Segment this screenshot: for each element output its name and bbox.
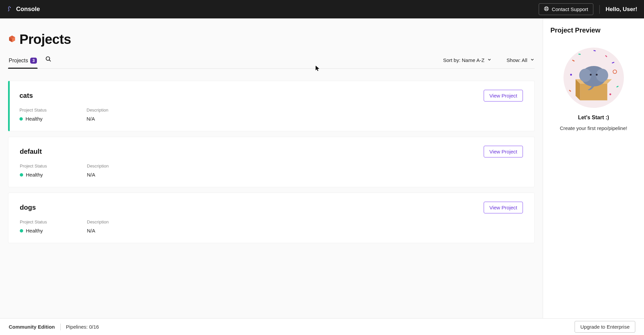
svg-rect-22 [578,54,581,55]
footer-separator [60,324,61,330]
meta-status-label: Project Status [20,219,57,224]
meta-description-label: Description [87,163,124,169]
meta-status-value: Healthy [20,172,57,178]
project-preview-sidebar: Project Preview [543,18,644,318]
project-name: cats [19,92,33,99]
footer-left: Community Edition Pipelines: 0/16 [9,324,99,330]
svg-rect-23 [605,55,607,57]
topbar-right: Contact Support Hello, User! [539,3,637,15]
main-content: Projects Projects 3 Sort by: Name A-Z [0,18,543,318]
status-text: Healthy [26,228,43,233]
page-title-row: Projects [8,32,535,47]
svg-rect-26 [616,86,619,87]
card-meta: Project Status Healthy Description N/A [19,108,523,122]
view-project-button[interactable]: View Project [484,90,523,102]
tabs-row: Projects 3 Sort by: Name A-Z [8,54,535,69]
svg-rect-28 [593,50,596,51]
project-name: dogs [20,204,36,211]
tab-projects-label: Projects [9,58,28,64]
project-card[interactable]: cats View Project Project Status Healthy… [8,81,535,131]
sort-dropdown[interactable]: Sort by: Name A-Z [443,57,492,63]
chevron-down-icon [487,57,492,63]
brand-text: Console [16,6,40,13]
svg-line-4 [547,7,548,8]
chevron-down-icon [530,57,535,63]
meta-status-value: Healthy [20,228,57,233]
svg-point-25 [570,74,572,75]
tab-projects[interactable]: Projects 3 [8,54,38,68]
card-meta: Project Status Healthy Description N/A [20,219,523,233]
contact-support-label: Contact Support [552,6,588,12]
preview-title: Let's Start :) [550,115,637,121]
svg-point-2 [545,8,547,9]
svg-point-18 [590,74,591,75]
view-project-button[interactable]: View Project [484,202,523,213]
page-title: Projects [19,32,71,47]
main-layout: Projects Projects 3 Sort by: Name A-Z [0,18,644,318]
svg-point-17 [596,69,608,82]
status-dot-icon [19,117,23,121]
status-dot-icon [20,173,23,177]
tabs-left: Projects 3 [8,54,52,68]
card-header: dogs View Project [20,202,523,213]
meta-description-value: N/A [87,116,123,122]
sort-label: Sort by: Name A-Z [443,57,484,63]
card-meta: Project Status Healthy Description N/A [20,163,523,178]
meta-description-label: Description [87,108,123,113]
project-card[interactable]: dogs View Project Project Status Healthy… [8,193,535,243]
projects-list: cats View Project Project Status Healthy… [8,81,535,243]
status-text: Healthy [25,116,43,122]
meta-status: Project Status Healthy [19,108,56,122]
svg-point-19 [596,74,597,75]
show-label: Show: All [506,57,527,63]
meta-status-label: Project Status [20,163,57,169]
card-header: cats View Project [19,90,523,102]
sidebar-heading: Project Preview [550,26,637,34]
meta-description: Description N/A [87,108,123,122]
svg-point-29 [609,93,611,95]
svg-line-5 [545,9,546,10]
status-text: Healthy [26,172,43,178]
meta-description-label: Description [87,219,124,224]
svg-line-3 [545,7,546,8]
preview-caption: Create your first repo/pipeline! [550,125,637,131]
project-card[interactable]: default View Project Project Status Heal… [8,137,535,187]
card-header: default View Project [20,146,523,157]
search-icon[interactable] [45,56,52,67]
meta-description-value: N/A [87,172,124,178]
meta-description: Description N/A [87,219,124,233]
svg-rect-20 [572,60,575,62]
svg-point-16 [579,69,591,82]
topbar-left: Console [7,6,40,13]
meta-status-value: Healthy [19,116,56,122]
meta-description: Description N/A [87,163,124,178]
footer: Community Edition Pipelines: 0/16 Upgrad… [0,318,644,335]
edition-label: Community Edition [9,324,55,330]
preview-illustration [564,48,624,108]
tabs-right: Sort by: Name A-Z Show: All [443,57,535,66]
svg-rect-21 [612,62,614,64]
svg-line-6 [547,9,548,10]
svg-point-24 [613,70,616,74]
pipelines-count: Pipelines: 0/16 [66,324,99,330]
life-buoy-icon [544,6,549,12]
contact-support-button[interactable]: Contact Support [539,3,593,15]
meta-status-label: Project Status [19,108,56,113]
project-name: default [20,148,42,155]
projects-count-badge: 3 [30,58,37,64]
logo-icon [7,6,13,13]
view-project-button[interactable]: View Project [484,146,523,157]
svg-rect-27 [569,90,571,92]
status-dot-icon [20,229,23,232]
svg-point-0 [10,7,11,8]
meta-status: Project Status Healthy [20,219,57,233]
user-greeting[interactable]: Hello, User! [606,6,637,13]
meta-description-value: N/A [87,228,124,233]
meta-status: Project Status Healthy [20,163,57,178]
topbar-divider [599,5,600,14]
projects-cube-icon [8,35,16,44]
svg-line-11 [49,60,51,61]
show-dropdown[interactable]: Show: All [506,57,535,63]
upgrade-enterprise-button[interactable]: Upgrade to Enterprise [575,321,635,333]
topbar: Console Contact Support Hello, User! [0,0,644,18]
